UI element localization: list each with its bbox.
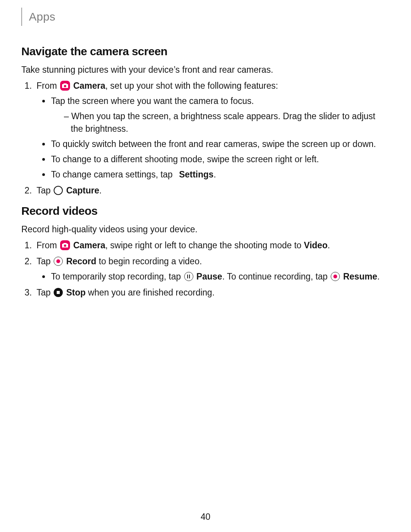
bullet-text: To temporarily stop recording, tap xyxy=(51,272,183,281)
sub-bullet-item: When you tap the screen, a brightness sc… xyxy=(64,110,390,134)
bullet-item: To quickly switch between the front and … xyxy=(50,138,390,150)
camera-label: Camera xyxy=(73,240,105,250)
capture-label: Capture xyxy=(66,185,99,195)
section-heading-record: Record videos xyxy=(21,204,390,217)
steps-navigate: From Camera, set up your shot with the f… xyxy=(21,80,390,197)
header-title: Apps xyxy=(29,10,56,23)
record-label: Record xyxy=(66,256,96,266)
section-intro: Take stunning pictures with your device’… xyxy=(21,64,390,76)
section-intro: Record high-quality videos using your de… xyxy=(21,224,390,235)
step-text: From xyxy=(37,240,59,250)
bullet-text: . To continue recording, tap xyxy=(222,272,330,281)
sub-bullets: When you tap the screen, a brightness sc… xyxy=(64,110,390,134)
bullet-text: To quickly switch between the front and … xyxy=(51,139,376,149)
bullet-tail: . xyxy=(377,272,379,281)
svg-point-2 xyxy=(64,244,66,246)
step-text: From xyxy=(37,81,59,91)
bullet-text: To change to a different shooting mode, … xyxy=(51,154,319,164)
stop-icon xyxy=(54,288,63,297)
step-2: Tap Capture. xyxy=(34,184,390,197)
svg-point-0 xyxy=(64,85,66,87)
resume-icon xyxy=(331,272,340,281)
bullet-text: To change camera settings, tap xyxy=(51,169,175,179)
resume-label: Resume xyxy=(343,272,377,281)
step-text: when you are finished recording. xyxy=(86,288,215,297)
camera-label: Camera xyxy=(73,81,105,91)
stop-label: Stop xyxy=(66,288,86,297)
step-text: Tap xyxy=(37,288,53,297)
page-content: Apps Navigate the camera screen Take stu… xyxy=(0,0,411,532)
step-text: Tap xyxy=(37,185,53,195)
capture-icon xyxy=(54,186,63,195)
video-label: Video xyxy=(304,240,328,250)
step-1: From Camera, set up your shot with the f… xyxy=(34,80,390,181)
bullet-item: To temporarily stop recording, tap Pause… xyxy=(50,270,390,283)
record-icon xyxy=(54,257,63,266)
step-text: , swipe right or left to change the shoo… xyxy=(105,240,304,250)
bullet-tail: . xyxy=(213,169,216,179)
step-text: Tap xyxy=(37,256,53,266)
bullet-item: Tap the screen where you want the camera… xyxy=(50,95,390,135)
page-header: Apps xyxy=(21,8,390,26)
page-number: 40 xyxy=(0,512,411,522)
step-2: Tap Record to begin recording a video. T… xyxy=(34,255,390,283)
step-text: , set up your shot with the following fe… xyxy=(105,81,278,91)
steps-record: From Camera, swipe right or left to chan… xyxy=(21,239,390,299)
step-tail: . xyxy=(328,240,330,250)
step-text: to begin recording a video. xyxy=(96,256,202,266)
bullets-navigate: Tap the screen where you want the camera… xyxy=(50,95,390,181)
bullet-text: Tap the screen where you want the camera… xyxy=(51,96,254,106)
settings-label: Settings xyxy=(179,169,213,179)
step-1: From Camera, swipe right or left to chan… xyxy=(34,239,390,251)
pause-icon xyxy=(184,272,193,281)
bullet-item: To change to a different shooting mode, … xyxy=(50,153,390,165)
bullets-record: To temporarily stop recording, tap Pause… xyxy=(50,270,390,283)
step-tail: . xyxy=(99,185,102,195)
camera-app-icon xyxy=(60,240,70,250)
section-heading-navigate: Navigate the camera screen xyxy=(21,45,390,58)
step-3: Tap Stop when you are finished recording… xyxy=(34,286,390,299)
pause-label: Pause xyxy=(196,272,222,281)
camera-app-icon xyxy=(60,81,70,91)
sub-bullet-text: When you tap the screen, a brightness sc… xyxy=(71,111,375,133)
header-divider xyxy=(21,8,22,26)
bullet-item: To change camera settings, tap Settings. xyxy=(50,168,390,181)
